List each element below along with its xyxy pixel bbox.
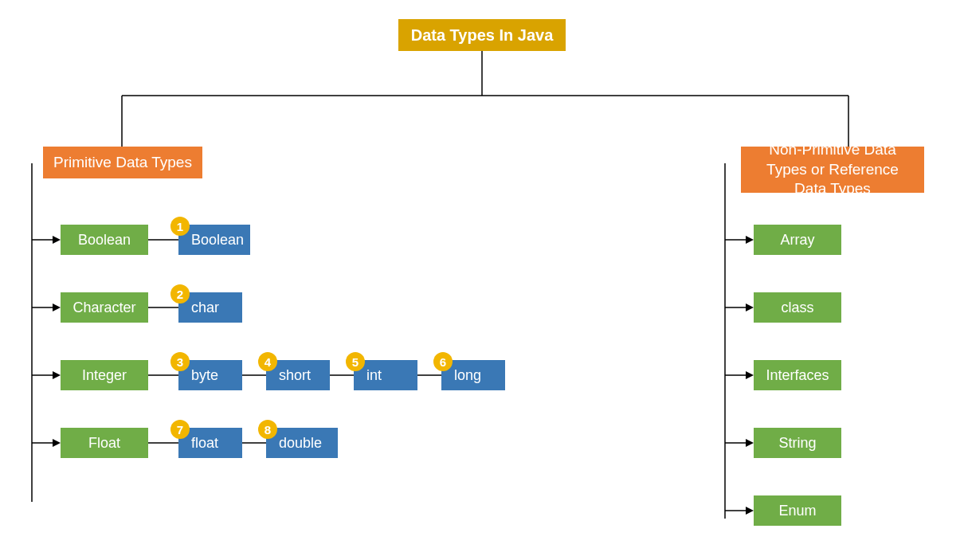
primitive-header: Primitive Data Types <box>43 147 202 178</box>
svg-marker-6 <box>53 236 61 244</box>
np-array: Array <box>754 225 841 255</box>
svg-marker-8 <box>53 303 61 311</box>
svg-marker-31 <box>746 507 754 515</box>
category-integer: Integer <box>61 360 148 390</box>
svg-marker-27 <box>746 371 754 379</box>
leaf-boolean: Boolean <box>178 225 250 255</box>
np-class: class <box>754 292 841 323</box>
np-string: String <box>754 428 841 458</box>
badge-4: 4 <box>258 352 277 371</box>
svg-marker-23 <box>746 236 754 244</box>
np-enum: Enum <box>754 495 841 526</box>
badge-1: 1 <box>170 217 190 236</box>
badge-8: 8 <box>258 420 277 439</box>
badge-6: 6 <box>433 352 453 371</box>
category-character: Character <box>61 292 148 323</box>
leaf-double: double <box>266 428 338 458</box>
svg-marker-25 <box>746 303 754 311</box>
nonprimitive-header: Non-Primitive Data Types or Reference Da… <box>741 147 924 193</box>
badge-2: 2 <box>170 284 190 303</box>
badge-3: 3 <box>170 352 190 371</box>
svg-marker-10 <box>53 371 61 379</box>
root-title: Data Types In Java <box>398 19 566 51</box>
badge-5: 5 <box>346 352 365 371</box>
category-float: Float <box>61 428 148 458</box>
svg-marker-29 <box>746 439 754 447</box>
badge-7: 7 <box>170 420 190 439</box>
connector-lines <box>0 0 964 560</box>
svg-marker-12 <box>53 439 61 447</box>
category-boolean: Boolean <box>61 225 148 255</box>
np-interfaces: Interfaces <box>754 360 841 390</box>
